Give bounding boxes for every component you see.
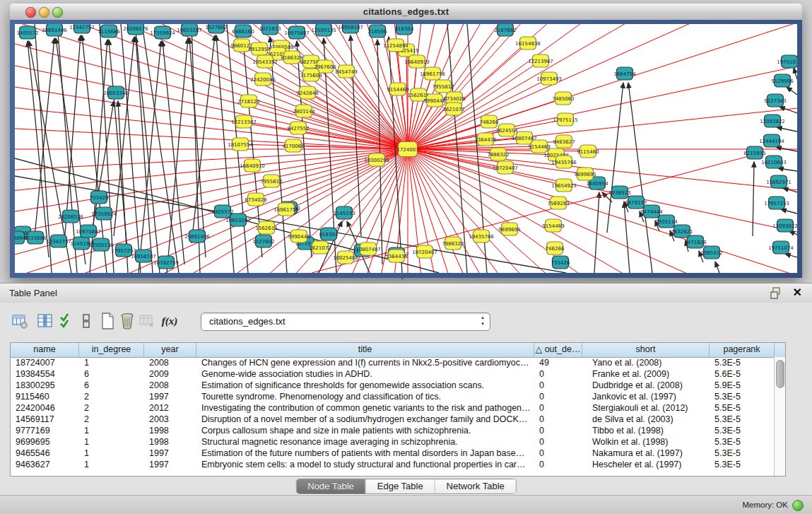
graph-edge[interactable] [15, 24, 408, 149]
graph-node[interactable]: 9129996 [771, 74, 794, 87]
graph-node[interactable]: 1621072 [442, 103, 464, 115]
graph-node[interactable]: 17975115 [553, 113, 578, 126]
graph-node[interactable]: 6466160 [232, 25, 254, 37]
column-header-pagerank[interactable]: pagerank [710, 343, 775, 357]
panel-splitter[interactable]: ▾ [0, 278, 812, 283]
graph-node[interactable]: 1085412 [700, 246, 722, 259]
graph-node[interactable]: 16782759 [153, 256, 179, 269]
graph-edge[interactable] [785, 254, 797, 257]
graph-node[interactable]: 7886322 [487, 148, 509, 160]
graph-node[interactable]: 7485063 [552, 92, 574, 105]
graph-edge[interactable] [15, 24, 408, 149]
graph-node[interactable]: 7886322 [442, 237, 464, 250]
select-columns-icon[interactable] [57, 311, 76, 331]
splitter-collapse-icon[interactable]: ▾ [401, 274, 404, 281]
graph-node[interactable]: 1621072 [309, 241, 331, 254]
graph-node[interactable]: 19751074 [777, 55, 797, 68]
graph-node[interactable]: 1527602 [252, 235, 274, 247]
scrollbar-thumb[interactable] [776, 360, 784, 388]
graph-edge[interactable] [100, 24, 114, 273]
column-header-out_de[interactable]: △ out_de… [534, 343, 582, 357]
graph-edge[interactable] [163, 41, 184, 264]
graph-node[interactable]: 1115686 [24, 231, 47, 244]
graph-node[interactable]: 15692971 [766, 175, 792, 188]
column-header-name[interactable]: name [11, 343, 79, 357]
table-row[interactable]: 969969511998Structural magnetic resonanc… [11, 436, 775, 448]
graph-node[interactable]: 20891406 [42, 24, 67, 36]
graph-edge[interactable] [781, 209, 797, 214]
column-header-short[interactable]: short [582, 343, 710, 357]
table-row[interactable]: 946554611997Estimation of the future num… [11, 448, 775, 459]
graph-edge[interactable] [408, 149, 797, 273]
graph-node[interactable]: 1364436 [474, 133, 497, 146]
graph-node[interactable]: 733426 [551, 256, 570, 269]
graph-edge[interactable] [408, 149, 797, 273]
graph-node[interactable]: 9154469 [387, 83, 408, 95]
table-row[interactable]: 911546021997Tourette syndrome. Phenomeno… [11, 391, 775, 402]
graph-edge[interactable] [408, 149, 797, 273]
memory-indicator-led[interactable] [792, 500, 804, 511]
graph-node[interactable]: 8454749 [335, 65, 357, 78]
graph-node[interactable]: 1145193 [333, 206, 355, 219]
column-header-in_degree[interactable]: in_degree [79, 343, 144, 357]
graph-node[interactable]: 1364436 [385, 250, 408, 262]
float-panel-icon[interactable] [770, 287, 782, 299]
graph-node[interactable]: 12093822 [760, 115, 785, 127]
graph-node[interactable]: 8471626 [684, 235, 707, 248]
graph-edge[interactable] [15, 24, 408, 149]
graph-node[interactable]: 12093822 [772, 219, 797, 232]
graph-node[interactable]: 9699695 [574, 168, 596, 180]
graph-node[interactable]: 10653287 [177, 24, 202, 36]
graph-node[interactable]: 3175608 [300, 69, 322, 81]
graph-node[interactable]: 818304 [319, 228, 339, 240]
column-header-title[interactable]: title [196, 343, 534, 357]
graph-edge[interactable] [408, 149, 797, 273]
graph-node[interactable]: 8427552 [287, 122, 309, 134]
close-panel-icon[interactable]: ✕ [793, 286, 802, 299]
graph-edge[interactable] [15, 24, 408, 149]
graph-node[interactable]: 1115686 [98, 25, 120, 37]
graph-node[interactable]: 1527602 [205, 24, 227, 33]
graph-edge[interactable] [15, 24, 408, 149]
graph-edge[interactable] [787, 87, 797, 95]
table-row[interactable]: 2242004622012Investigating the contribut… [11, 402, 775, 414]
graph-node[interactable]: 6734028 [245, 193, 266, 206]
graph-node[interactable]: 1405572 [16, 26, 38, 39]
graph-node[interactable]: 9990448 [423, 94, 445, 107]
graph-node[interactable]: 733426 [90, 191, 109, 204]
table-row[interactable]: 1872400712008Changes of HCN gene express… [11, 357, 775, 368]
tab-network-table[interactable]: Network Table [435, 479, 516, 493]
graph-edge[interactable] [715, 262, 719, 273]
graph-edge[interactable] [263, 79, 408, 149]
graph-edge[interactable] [408, 149, 797, 273]
graph-edge[interactable] [15, 24, 408, 149]
graph-edge[interactable] [628, 83, 652, 273]
graph-edge[interactable] [408, 149, 797, 245]
graph-node[interactable]: 2187682 [494, 24, 516, 36]
graph-node[interactable]: 7955812 [432, 80, 454, 93]
graph-node[interactable]: 17359924 [91, 207, 117, 220]
graph-node[interactable]: 10975887 [284, 26, 310, 39]
graph-node[interactable]: 9242848 [296, 86, 318, 99]
graph-node[interactable]: 12444194 [759, 134, 784, 147]
graph-node[interactable]: 16210643 [761, 156, 787, 168]
graph-edge[interactable] [408, 149, 797, 273]
graph-node[interactable]: 1664794 [613, 67, 636, 80]
table-row[interactable]: 977716911998Corpus callosum shape and si… [11, 425, 775, 436]
graph-node[interactable]: 18720407 [412, 245, 437, 258]
graph-node[interactable]: 12213967 [528, 54, 553, 67]
graph-node[interactable]: 9227343 [764, 94, 786, 107]
table-row[interactable]: 1830029562008Estimation of significance … [11, 380, 775, 391]
column-header-year[interactable]: year [144, 343, 196, 357]
graph-edge[interactable] [15, 24, 408, 149]
tab-edge-table[interactable]: Edge Table [366, 479, 435, 493]
graph-node[interactable]: 2718120 [237, 95, 259, 107]
graph-node[interactable]: 10975887 [76, 225, 101, 238]
graph-edge[interactable] [408, 149, 797, 273]
table-selector-dropdown[interactable]: citations_edges.txt ▲▼ [201, 313, 490, 331]
graph-node[interactable]: 8215955 [743, 146, 765, 159]
graph-node[interactable]: 16958107 [338, 24, 363, 33]
table-row[interactable]: 1938455462009Genome-wide association stu… [11, 368, 775, 380]
graph-node[interactable]: 1724007 [396, 142, 418, 157]
tab-node-table[interactable]: Node Table [296, 479, 366, 493]
